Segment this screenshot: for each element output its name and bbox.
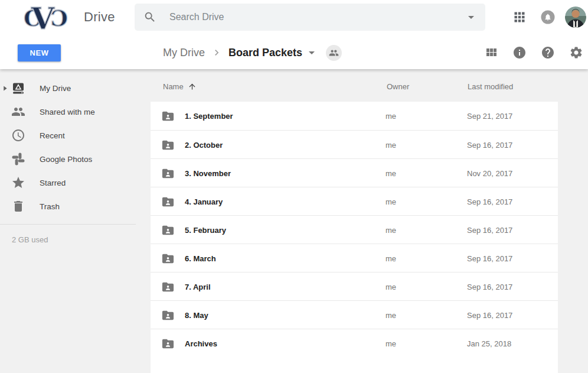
search-icon [143, 11, 156, 24]
people-icon [11, 105, 25, 119]
shared-folder-icon [161, 223, 175, 237]
folder-last-modified: Jan 25, 2018 [467, 339, 511, 348]
folder-list: 1. September me Sep 21, 2017 2. October … [151, 102, 558, 373]
sidebar-item-label: Shared with me [40, 108, 95, 116]
sidebar-item-label: Google Photos [40, 155, 92, 164]
folder-last-modified: Nov 20, 2017 [467, 168, 512, 177]
star-icon [11, 176, 25, 190]
info-icon[interactable] [512, 46, 527, 60]
sidebar-item-label: My Drive [40, 84, 71, 93]
new-button[interactable]: NEW [18, 44, 61, 61]
folder-owner: me [386, 254, 396, 262]
expand-triangle-icon[interactable] [2, 86, 8, 91]
folder-name: 5. February [185, 225, 226, 234]
grid-view-icon[interactable] [484, 46, 498, 60]
main-content: My Drive Shared with me Recent [0, 69, 588, 373]
folder-last-modified: Sep 16, 2017 [467, 282, 512, 291]
chevron-right-icon [211, 47, 223, 59]
table-row[interactable]: 8. May me Sep 16, 2017 [151, 300, 558, 329]
account-avatar[interactable] [565, 7, 586, 28]
folder-last-modified: Sep 16, 2017 [467, 254, 512, 262]
trash-icon [11, 199, 25, 213]
column-name-label: Name [163, 82, 184, 91]
folder-owner: me [386, 225, 396, 234]
drive-icon [11, 81, 25, 95]
settings-gear-icon[interactable] [569, 46, 583, 60]
shared-folder-icon [161, 337, 175, 351]
search-bar[interactable] [135, 4, 485, 31]
folder-name: 8. May [185, 310, 208, 319]
sidebar-item-shared-with-me[interactable]: Shared with me [0, 100, 146, 124]
sidebar-item-google-photos[interactable]: Google Photos [0, 147, 146, 171]
folder-last-modified: Sep 21, 2017 [467, 112, 512, 121]
folder-owner: me [386, 310, 396, 319]
shared-folder-icon [161, 280, 175, 294]
notifications-bell-icon[interactable] [540, 9, 556, 25]
sort-ascending-icon [188, 82, 197, 91]
drive-app: C Ɔ V Drive [0, 0, 588, 373]
shared-folder-icon [161, 309, 175, 322]
sidebar-item-label: Recent [40, 131, 65, 140]
breadcrumb: My Drive Board Packets [163, 45, 342, 60]
list-header: Name Owner Last modified [151, 82, 558, 96]
help-icon[interactable] [541, 46, 555, 60]
sidebar-item-label: Trash [40, 202, 60, 211]
shared-folder-icon [161, 252, 175, 265]
folder-name: 2. October [185, 140, 223, 149]
folder-owner: me [386, 282, 396, 291]
folder-name: 6. March [185, 254, 216, 262]
sidebar: My Drive Shared with me Recent [0, 69, 151, 373]
sidebar-item-label: Starred [40, 179, 66, 187]
folder-name: 1. September [185, 112, 233, 121]
folder-owner: me [386, 140, 396, 149]
sidebar-item-trash[interactable]: Trash [0, 194, 146, 218]
shared-folder-icon [161, 167, 175, 180]
search-options-caret-icon[interactable] [464, 10, 478, 24]
shared-folder-badge[interactable] [326, 45, 342, 61]
folder-owner: me [386, 168, 396, 177]
apps-grid-icon[interactable] [512, 10, 527, 24]
table-row[interactable]: 4. January me Sep 16, 2017 [151, 187, 558, 215]
table-row[interactable]: 6. March me Sep 16, 2017 [151, 244, 558, 272]
column-header-name[interactable]: Name [163, 82, 197, 91]
search-input[interactable] [169, 12, 464, 22]
folder-owner: me [386, 339, 396, 348]
folder-name: 7. April [185, 282, 211, 291]
shared-folder-icon [161, 138, 175, 152]
sidebar-item-starred[interactable]: Starred [0, 171, 146, 194]
table-row[interactable]: 7. April me Sep 16, 2017 [151, 272, 558, 300]
table-row[interactable]: 1. September me Sep 21, 2017 [151, 102, 558, 130]
photos-icon [11, 152, 25, 166]
storage-usage: 2 GB used [12, 235, 48, 244]
folder-last-modified: Sep 16, 2017 [467, 197, 512, 206]
folder-last-modified: Sep 16, 2017 [467, 310, 512, 319]
shared-folder-icon [161, 109, 175, 123]
folder-last-modified: Sep 16, 2017 [467, 225, 512, 234]
organization-logo-icon: C Ɔ V [24, 2, 70, 33]
app-title: Drive [84, 9, 115, 25]
shared-folder-icon [161, 195, 175, 209]
sidebar-item-recent[interactable]: Recent [0, 124, 146, 147]
sidebar-divider [0, 224, 136, 225]
app-header: C Ɔ V Drive [0, 0, 588, 69]
sidebar-item-my-drive[interactable]: My Drive [0, 76, 146, 100]
breadcrumb-my-drive[interactable]: My Drive [163, 47, 205, 59]
table-row[interactable]: 3. November me Nov 20, 2017 [151, 158, 558, 187]
svg-text:V: V [31, 2, 55, 33]
folder-name: Archives [185, 339, 217, 348]
table-row[interactable]: 5. February me Sep 16, 2017 [151, 215, 558, 244]
folder-last-modified: Sep 16, 2017 [467, 140, 512, 149]
table-row[interactable]: 2. October me Sep 16, 2017 [151, 130, 558, 158]
breadcrumb-current-folder[interactable]: Board Packets [228, 47, 302, 59]
folder-owner: me [386, 112, 396, 121]
folder-name: 4. January [185, 197, 223, 206]
column-header-owner: Owner [387, 82, 409, 91]
folder-owner: me [386, 197, 396, 206]
folder-menu-caret-icon[interactable] [305, 46, 319, 60]
table-row[interactable]: Archives me Jan 25, 2018 [151, 329, 558, 357]
clock-icon [11, 128, 25, 142]
folder-name: 3. November [185, 168, 231, 177]
column-header-last-modified[interactable]: Last modified [468, 82, 513, 91]
